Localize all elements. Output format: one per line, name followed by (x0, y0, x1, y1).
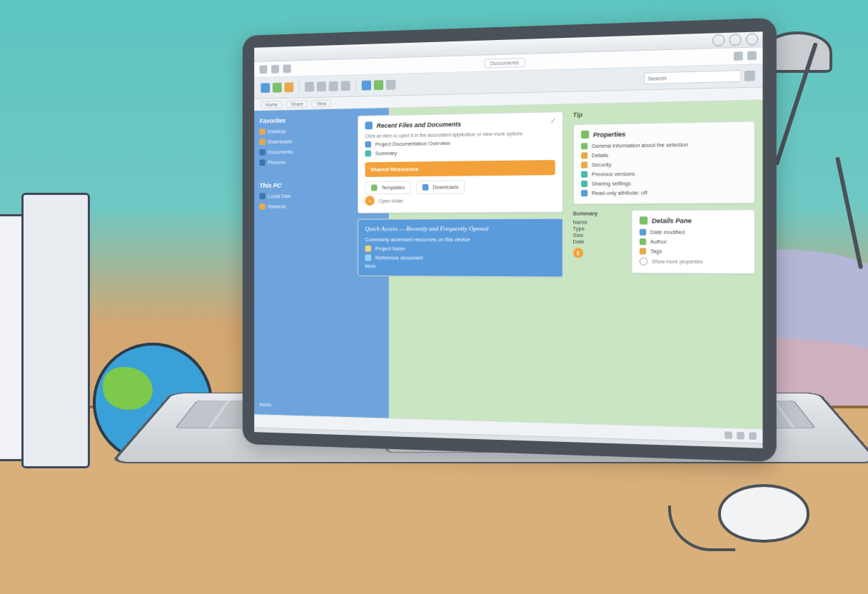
column-left: Recent Files and Documents Click an item… (358, 111, 562, 416)
quick-access-card: Quick Access — Recently and Frequently O… (358, 218, 562, 278)
workspace: Favorites Desktop Downloads Documents Pi… (254, 100, 762, 429)
highlight-banner[interactable]: Shared Resources (365, 160, 555, 177)
details-pane-icon (639, 216, 647, 224)
refresh-icon[interactable] (734, 51, 743, 61)
details-item[interactable]: Tags (639, 246, 747, 256)
summary-line: Date (572, 238, 623, 245)
open-folder-link[interactable]: •Open folder (365, 193, 555, 207)
close-button[interactable] (746, 34, 758, 46)
sidebar-item[interactable]: Desktop (259, 127, 345, 135)
sidebar-footer: Items (259, 401, 345, 410)
sidebar-label: Documents (268, 148, 293, 155)
summary-line: Size (572, 232, 623, 238)
person-icon (639, 238, 645, 245)
sidebar-item[interactable]: Documents (259, 148, 345, 155)
tab-share[interactable]: Share (286, 100, 308, 108)
sidebar-item[interactable]: Network (259, 203, 345, 209)
recent-card: Recent Files and Documents Click an item… (358, 111, 562, 213)
quick-access-more[interactable]: More (365, 262, 555, 271)
quick-access-subtitle: Commonly accessed resources on this devi… (365, 235, 555, 244)
properties-title: Properties (581, 128, 747, 139)
sidebar-label: Network (268, 203, 286, 210)
sidebar-label: Desktop (268, 128, 286, 134)
pin-icon (549, 116, 556, 124)
quick-access-item[interactable]: Project folder (365, 244, 555, 253)
breadcrumb[interactable]: Documents (484, 57, 525, 68)
badge-number-icon: • (365, 196, 374, 206)
navigation-sidebar: Favorites Desktop Downloads Documents Pi… (254, 109, 350, 417)
search-icon[interactable] (745, 71, 755, 81)
details-title: Details Pane (639, 216, 747, 225)
quick-access-item[interactable]: Reference document (365, 253, 555, 263)
file-icon (365, 151, 371, 157)
folder-icon (423, 184, 429, 191)
quick-access-title: Quick Access — Recently and Frequently O… (365, 225, 555, 232)
ribbon-icon-e[interactable] (362, 81, 371, 91)
status-icon (737, 432, 745, 440)
ribbon-icon-c[interactable] (329, 81, 338, 91)
sidebar-label: Local Disk (268, 193, 291, 199)
forward-icon[interactable] (271, 65, 279, 74)
details-item[interactable]: Date modified (639, 227, 747, 237)
status-icon (749, 432, 757, 440)
sidebar-label: Pictures (268, 159, 286, 166)
sidebar-item[interactable]: Local Disk (259, 193, 345, 200)
sharing-icon (581, 181, 587, 187)
maximize-button[interactable] (730, 34, 742, 46)
tip-marker: Tip (572, 108, 755, 119)
sidebar-item[interactable]: Pictures (259, 158, 345, 166)
sidebar-header-favorites: Favorites (259, 116, 345, 124)
ribbon-icon-d[interactable] (340, 81, 350, 91)
ribbon-icon-b[interactable] (317, 81, 326, 91)
attribute-icon (581, 190, 587, 196)
ribbon-icon-a[interactable] (305, 82, 314, 92)
status-icon (725, 431, 732, 439)
up-icon[interactable] (283, 64, 291, 73)
info-icon (581, 143, 587, 149)
tab-view[interactable]: View (312, 99, 331, 107)
sidebar-header-thispc: This PC (259, 181, 345, 189)
summary-header: Summary (572, 210, 623, 216)
laptop-screen: Documents (243, 18, 777, 462)
laptop-device: Documents (200, 27, 778, 584)
tile[interactable]: Templates (365, 181, 410, 194)
security-icon (581, 161, 587, 168)
back-icon[interactable] (259, 65, 267, 74)
count-badge: 3 (572, 248, 582, 258)
tab-home[interactable]: Home (261, 100, 282, 108)
search-input[interactable] (644, 70, 741, 84)
file-icon (365, 255, 371, 261)
details-item[interactable]: Author (639, 237, 747, 247)
ribbon-icon-share[interactable] (273, 83, 282, 93)
properties-card: Properties General information about the… (572, 121, 755, 204)
more-icon (639, 258, 647, 266)
settings-icon[interactable] (747, 51, 757, 61)
calendar-icon (639, 229, 645, 236)
folder-icon (371, 185, 378, 191)
minimize-button[interactable] (712, 34, 725, 46)
sidebar-item[interactable]: Downloads (259, 138, 345, 146)
summary-block: Summary Name Type Size Date 3 (572, 210, 623, 273)
ribbon-icon-home[interactable] (261, 83, 270, 93)
tile[interactable]: Downloads (416, 180, 465, 193)
ribbon-icon-view[interactable] (284, 82, 293, 92)
file-icon (365, 141, 371, 148)
tag-icon (639, 248, 645, 254)
app-window: Documents (254, 31, 762, 448)
document-icon (365, 121, 372, 129)
versions-icon (581, 171, 587, 178)
details-icon (581, 152, 587, 158)
summary-line: Type (572, 226, 623, 232)
properties-item[interactable]: Read-only attribute: off (581, 187, 747, 198)
ribbon-icon-g[interactable] (386, 80, 395, 90)
ribbon-icon-f[interactable] (374, 80, 383, 90)
details-card: Details Pane Date modified Author Tags S… (631, 209, 755, 274)
details-more-link[interactable]: Show more properties (639, 256, 747, 267)
summary-line: Name (572, 218, 623, 225)
sidebar-label: Downloads (268, 139, 292, 145)
scene-illustration: Documents (0, 0, 868, 594)
computer-mouse (718, 484, 818, 544)
column-right: Tip Properties General information about… (572, 108, 755, 421)
recent-title: Recent Files and Documents (365, 118, 555, 129)
folder-icon (365, 246, 371, 252)
